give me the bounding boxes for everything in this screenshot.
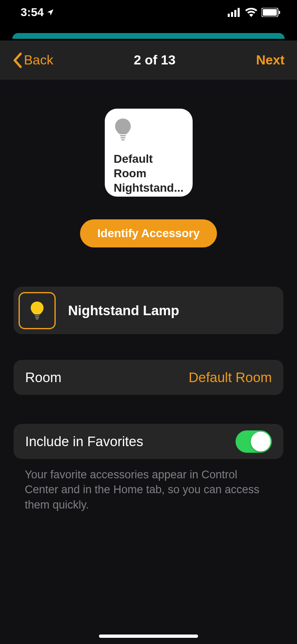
room-label: Room — [25, 370, 61, 385]
icon-selector[interactable] — [19, 292, 56, 329]
status-bar: 3:54 — [0, 0, 297, 25]
tile-line2: Nightstand... — [114, 181, 184, 195]
favorites-label: Include in Favorites — [25, 434, 143, 449]
room-value: Default Room — [189, 370, 272, 385]
wifi-icon — [245, 8, 257, 17]
time-text: 3:54 — [21, 6, 44, 19]
svg-rect-7 — [120, 135, 126, 136]
name-row[interactable] — [14, 287, 283, 334]
room-row[interactable]: Room Default Room — [14, 360, 283, 395]
tile-text: Default Room Nightstand... — [114, 152, 184, 195]
next-button[interactable]: Next — [256, 52, 285, 68]
svg-rect-10 — [35, 315, 39, 316]
svg-rect-2 — [234, 10, 236, 17]
status-time: 3:54 — [21, 6, 54, 19]
accessory-tile[interactable]: Default Room Nightstand... — [105, 109, 193, 197]
svg-rect-3 — [238, 8, 240, 17]
nav-bar: Back 2 of 13 Next — [0, 40, 297, 80]
lightbulb-on-icon — [30, 301, 45, 321]
favorites-toggle[interactable] — [236, 430, 272, 453]
cellular-icon — [228, 8, 241, 17]
svg-rect-0 — [228, 14, 230, 17]
home-indicator[interactable] — [99, 634, 198, 638]
svg-rect-1 — [231, 12, 233, 17]
favorites-row: Include in Favorites — [14, 424, 283, 459]
svg-rect-6 — [279, 11, 280, 14]
card-behind — [12, 33, 285, 39]
toggle-knob — [251, 432, 271, 452]
location-icon — [46, 8, 54, 17]
svg-rect-12 — [36, 318, 39, 319]
back-label: Back — [24, 52, 53, 68]
content: Default Room Nightstand... Identify Acce… — [0, 80, 297, 644]
status-icons — [228, 8, 280, 17]
identify-button[interactable]: Identify Accessory — [80, 219, 217, 247]
back-button[interactable]: Back — [12, 52, 53, 68]
accessory-name-input[interactable] — [68, 303, 272, 318]
svg-rect-9 — [121, 139, 125, 140]
battery-icon — [262, 8, 280, 17]
svg-rect-11 — [35, 316, 39, 317]
svg-rect-5 — [263, 9, 277, 16]
nav-title: 2 of 13 — [134, 52, 175, 68]
chevron-left-icon — [12, 52, 22, 68]
favorites-footer-text: Your favorite accessories appear in Cont… — [25, 467, 272, 512]
svg-rect-8 — [120, 137, 125, 138]
tile-line1: Default Room — [114, 152, 184, 181]
lightbulb-icon — [114, 118, 184, 143]
